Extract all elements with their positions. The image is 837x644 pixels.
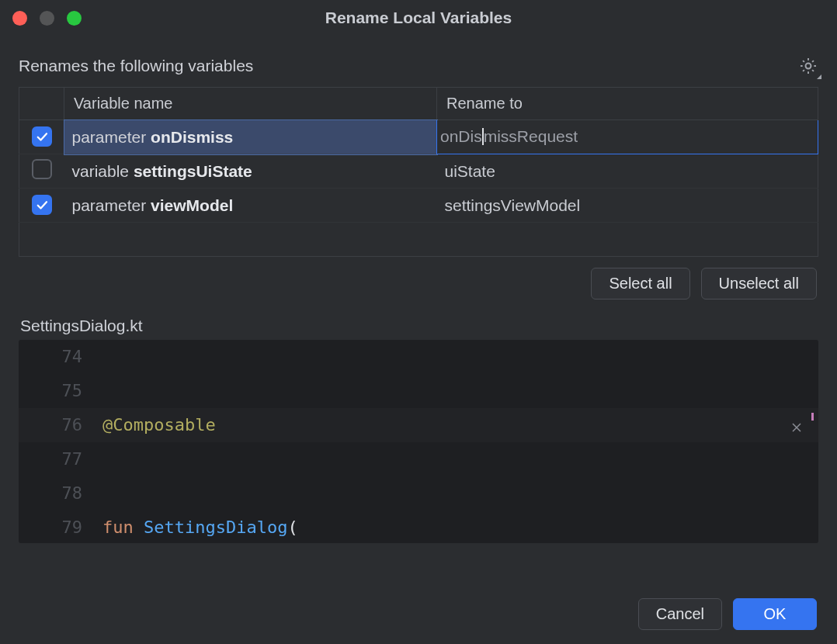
close-icon[interactable] xyxy=(790,411,803,445)
svg-point-0 xyxy=(806,64,811,69)
title-bar: Rename Local Variables xyxy=(0,0,837,36)
unselect-all-button[interactable]: Unselect all xyxy=(701,268,817,299)
table-row[interactable]: parameter viewModel settingsViewModel xyxy=(19,189,818,223)
select-all-button[interactable]: Select all xyxy=(591,268,689,299)
variable-kind: variable xyxy=(72,162,130,180)
ok-button[interactable]: OK xyxy=(733,598,817,630)
rename-value[interactable]: uiState xyxy=(437,154,818,189)
rename-value[interactable]: settingsViewModel xyxy=(437,189,818,223)
line-number: 78 xyxy=(19,476,82,511)
zoom-window-icon[interactable] xyxy=(67,11,82,26)
window-title: Rename Local Variables xyxy=(0,9,837,27)
code-body: @Composable fun SettingsDialog( onDismis… xyxy=(102,340,818,543)
window-controls xyxy=(12,11,82,26)
gear-icon[interactable] xyxy=(798,56,818,76)
line-number: 79 xyxy=(19,511,82,543)
gutter: 74 75 76 77 78 79 xyxy=(19,340,93,543)
table-row[interactable]: parameter onDismiss onDismissRequest xyxy=(19,120,818,154)
variable-name: settingsUiState xyxy=(134,162,252,180)
col-checkbox xyxy=(19,88,64,120)
close-window-icon[interactable] xyxy=(12,11,27,26)
table-row[interactable]: variable settingsUiState uiState xyxy=(19,154,818,189)
variable-name: onDismiss xyxy=(151,128,233,146)
table-row-empty xyxy=(19,223,818,257)
line-number: 77 xyxy=(19,442,82,476)
dialog-description: Renames the following variables xyxy=(19,57,253,75)
col-rename-to: Rename to xyxy=(437,88,818,120)
code-preview[interactable]: 74 75 76 77 78 79 @Composable fun Settin… xyxy=(19,340,818,543)
variable-kind: parameter xyxy=(72,128,147,146)
checkbox[interactable] xyxy=(32,126,52,147)
rename-input[interactable]: onDismissRequest xyxy=(437,120,818,154)
variable-kind: parameter xyxy=(72,196,147,214)
checkbox[interactable] xyxy=(32,159,52,179)
line-number: 74 xyxy=(19,340,82,374)
file-name: SettingsDialog.kt xyxy=(19,303,818,340)
variable-name: viewModel xyxy=(151,196,233,214)
editor-marker-stripe[interactable] xyxy=(810,340,816,543)
variables-table: Variable name Rename to parameter onDism… xyxy=(19,87,818,257)
checkbox[interactable] xyxy=(32,195,52,215)
col-variable-name: Variable name xyxy=(64,88,437,120)
line-number: 76 xyxy=(19,408,82,442)
minimize-window-icon[interactable] xyxy=(40,11,54,26)
line-number: 75 xyxy=(19,374,82,408)
cancel-button[interactable]: Cancel xyxy=(638,598,722,630)
